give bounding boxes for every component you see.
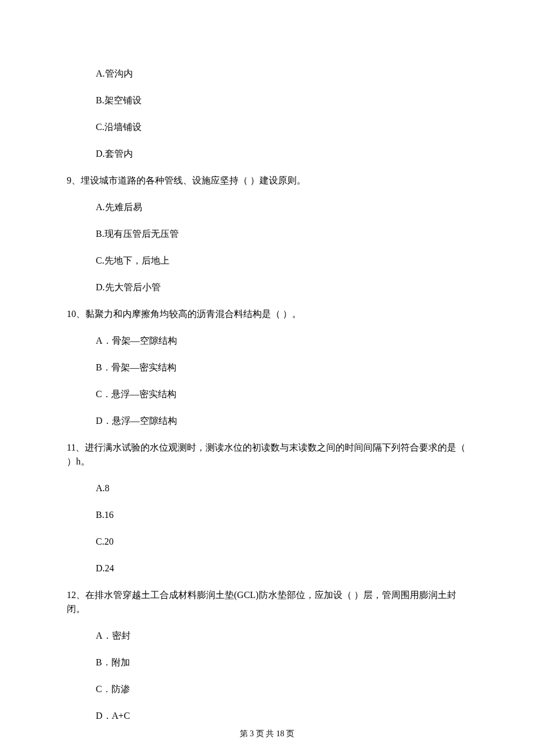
q11-stem: 11、进行满水试验的水位观测时，测读水位的初读数与末读数之间的时间间隔下列符合要…	[67, 441, 467, 469]
q9-stem: 9、埋设城市道路的各种管线、设施应坚持（ ）建设原则。	[67, 174, 467, 188]
q11-option-c: C.20	[96, 535, 467, 549]
q11-option-d: D.24	[96, 561, 467, 575]
page-number: 第 3 页 共 18 页	[0, 728, 534, 740]
q10-stem: 10、黏聚力和内摩擦角均较高的沥青混合料结构是（ ）。	[67, 307, 467, 321]
q9-option-a: A.先难后易	[96, 200, 467, 214]
q12-option-b: B．附加	[96, 656, 467, 669]
q11-option-b: B.16	[96, 508, 467, 522]
q12-option-d: D．A+C	[96, 709, 467, 723]
page: A.管沟内 B.架空铺设 C.沿墙铺设 D.套管内 9、埋设城市道路的各种管线、…	[0, 0, 534, 756]
q12-option-a: A．密封	[96, 629, 467, 643]
q9-option-d: D.先大管后小管	[96, 280, 467, 294]
q10-option-a: A．骨架—空隙结构	[96, 334, 467, 348]
q8-option-c: C.沿墙铺设	[96, 120, 467, 134]
q8-option-b: B.架空铺设	[96, 93, 467, 107]
q12-option-c: C．防渗	[96, 682, 467, 696]
q11-option-a: A.8	[96, 481, 467, 495]
q12-stem: 12、在排水管穿越土工合成材料膨润土垫(GCL)防水垫部位，应加设（ ）层，管周…	[67, 588, 467, 616]
q10-option-d: D．悬浮—空隙结构	[96, 414, 467, 428]
q8-option-a: A.管沟内	[96, 67, 467, 81]
q9-option-b: B.现有压管后无压管	[96, 227, 467, 241]
q9-option-c: C.先地下，后地上	[96, 254, 467, 268]
q10-option-c: C．悬浮—密实结构	[96, 387, 467, 401]
q10-option-b: B．骨架—密实结构	[96, 361, 467, 375]
q8-option-d: D.套管内	[96, 147, 467, 161]
